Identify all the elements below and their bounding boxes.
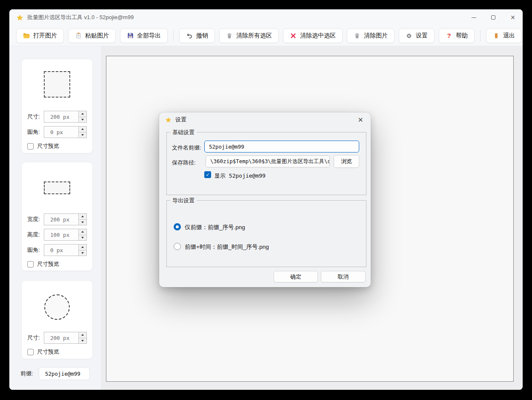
size-preview-checkbox[interactable] xyxy=(27,261,34,268)
stepper-down-button[interactable] xyxy=(79,132,86,138)
size-preview-row: 尺寸预览 xyxy=(22,142,92,150)
size-stepper[interactable]: 200 px xyxy=(44,111,87,123)
stepper-down-button[interactable] xyxy=(79,220,86,225)
checkmark-icon: ✓ xyxy=(206,173,209,177)
corner-stepper[interactable]: 0 px xyxy=(44,244,87,256)
trash-icon xyxy=(354,32,360,39)
minimize-button[interactable] xyxy=(464,9,483,26)
square-shape-preview[interactable] xyxy=(44,71,70,98)
radio-prefix-time[interactable] xyxy=(174,243,181,250)
stepper-up-button[interactable] xyxy=(79,229,86,235)
help-button[interactable]: ? 帮助 xyxy=(439,29,475,43)
export-all-button[interactable]: 全部导出 xyxy=(120,29,168,43)
toolbar-button-label: 粘贴图片 xyxy=(85,32,109,40)
up-arrow-icon xyxy=(81,246,84,248)
corner-stepper[interactable]: 0 px xyxy=(44,126,87,138)
dialog-titlebar: 设置 × xyxy=(159,112,371,127)
undo-button[interactable]: 撤销 xyxy=(179,29,215,43)
width-label: 宽度: xyxy=(27,216,44,223)
radio-prefix-only-label: 仅前缀：前缀_序号.png xyxy=(185,224,245,231)
maximize-button[interactable] xyxy=(483,9,503,26)
stepper-down-button[interactable] xyxy=(79,117,86,123)
stepper-up-button[interactable] xyxy=(79,111,86,117)
toolbar-button-label: 打开图片 xyxy=(33,32,57,40)
stepper-buttons xyxy=(78,332,86,343)
trash-icon xyxy=(226,32,233,39)
stepper-buttons xyxy=(78,111,86,122)
height-label: 高度: xyxy=(27,231,44,239)
clear-image-button[interactable]: 清除图片 xyxy=(347,29,395,43)
size-value: 200 px xyxy=(44,111,78,122)
size-preview-checkbox[interactable] xyxy=(27,349,34,355)
toolbar-separator xyxy=(173,30,174,41)
filename-prefix-value: 52pojie@m99 xyxy=(209,144,244,150)
radio-prefix-time-label: 前缀+时间：前缀_时间_序号.png xyxy=(185,243,269,251)
dialog-close-button[interactable]: × xyxy=(356,115,365,124)
gear-icon xyxy=(406,32,412,39)
radio-prefix-only[interactable] xyxy=(174,223,181,230)
group-title: 基础设置 xyxy=(170,129,197,136)
paste-image-button[interactable]: 粘贴图片 xyxy=(68,29,116,43)
prefix-label: 前缀: xyxy=(20,370,39,377)
maximize-icon xyxy=(491,15,495,20)
size-value: 200 px xyxy=(44,332,78,343)
rect-shape-preview[interactable] xyxy=(44,181,70,194)
clear-all-selections-button[interactable]: 清除所有选区 xyxy=(219,29,279,43)
toolbar-button-label: 设置 xyxy=(416,32,428,40)
clear-selected-selection-button[interactable]: 清除选中选区 xyxy=(283,29,343,43)
toolbar-button-label: 清除图片 xyxy=(364,32,388,40)
corner-value: 0 px xyxy=(44,245,78,256)
down-arrow-icon xyxy=(81,340,84,342)
stepper-up-button[interactable] xyxy=(79,245,86,250)
down-arrow-icon xyxy=(81,222,84,223)
star-icon xyxy=(165,117,172,123)
open-image-button[interactable]: 打开图片 xyxy=(16,29,64,43)
width-spin-row: 宽度: 200 px xyxy=(22,213,92,226)
browse-button[interactable]: 浏览 xyxy=(334,155,359,168)
height-value: 100 px xyxy=(44,229,78,240)
cancel-button[interactable]: 取消 xyxy=(321,271,366,282)
size-stepper[interactable]: 200 px xyxy=(44,332,87,344)
clipboard-paste-icon xyxy=(75,32,82,39)
size-preview-label: 尺寸预览 xyxy=(37,260,59,268)
stepper-buttons xyxy=(78,214,86,225)
show-prefix-checkbox-label: 显示 52pojie@m99 xyxy=(215,172,266,180)
app-window: 批量图片选区导出工具 v1.0 - 52pojie@m99 × 打开图片 粘贴图… xyxy=(9,9,523,390)
ok-button[interactable]: 确定 xyxy=(274,271,318,282)
show-prefix-checkbox[interactable]: ✓ xyxy=(204,171,211,178)
close-button[interactable]: × xyxy=(503,9,523,26)
filename-prefix-input[interactable]: 52pojie@m99 xyxy=(204,141,359,153)
square-selection-panel: 尺寸: 200 px 圆角: 0 px xyxy=(21,59,93,153)
rect-selection-panel: 宽度: 200 px 高度: 100 px xyxy=(21,162,93,271)
width-value: 200 px xyxy=(44,214,78,225)
width-stepper[interactable]: 200 px xyxy=(44,213,87,225)
sidebar: 尺寸: 200 px 圆角: 0 px xyxy=(9,46,101,390)
height-stepper[interactable]: 100 px xyxy=(44,229,87,241)
close-icon: × xyxy=(511,14,515,21)
star-icon xyxy=(16,14,23,21)
size-preview-checkbox[interactable] xyxy=(27,143,34,150)
stepper-up-button[interactable] xyxy=(79,332,86,338)
stepper-down-button[interactable] xyxy=(79,250,86,256)
question-icon: ? xyxy=(446,32,452,39)
toolbar-button-label: 帮助 xyxy=(456,32,468,40)
up-arrow-icon xyxy=(81,216,84,217)
stepper-up-button[interactable] xyxy=(79,127,86,132)
settings-button[interactable]: 设置 xyxy=(399,29,435,43)
corner-label: 圆角: xyxy=(27,246,44,254)
minimize-icon xyxy=(472,17,476,18)
stepper-up-button[interactable] xyxy=(79,214,86,220)
save-path-input[interactable]: \360zip$Temp\360$3\批量图片选区导出工具\output xyxy=(206,155,330,167)
stepper-down-button[interactable] xyxy=(79,235,86,241)
ok-button-label: 确定 xyxy=(290,273,301,281)
height-spin-row: 高度: 100 px xyxy=(22,228,92,241)
circle-shape-preview[interactable] xyxy=(44,294,70,320)
exit-button[interactable]: 退出 xyxy=(486,29,522,43)
stepper-down-button[interactable] xyxy=(79,338,86,344)
corner-spin-row: 圆角: 0 px xyxy=(22,244,92,256)
window-controls: × xyxy=(464,9,523,26)
prefix-input[interactable]: 52pojie@m99 xyxy=(39,367,90,380)
filename-prefix-label: 文件名前缀: xyxy=(172,144,201,152)
red-x-icon xyxy=(290,32,297,39)
circle-selection-panel: 尺寸: 200 px 尺寸预览 xyxy=(21,280,93,359)
